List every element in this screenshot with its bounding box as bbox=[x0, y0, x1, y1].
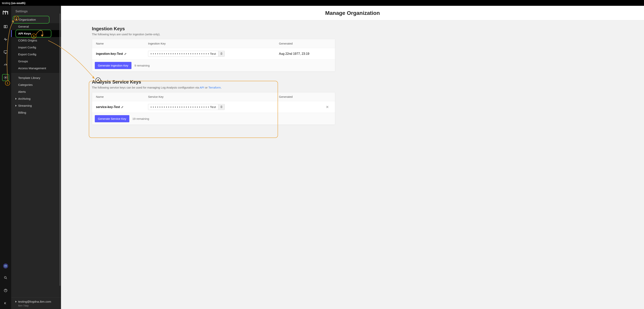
search-icon[interactable] bbox=[2, 274, 9, 281]
key-name-text: ingestion-key-Test bbox=[96, 52, 123, 55]
sidebar-item-alerts[interactable]: Alerts bbox=[11, 88, 61, 95]
ingestion-section: Ingestion Keys The following keys are us… bbox=[92, 26, 335, 71]
sidebar-item-label: Import Config bbox=[18, 46, 36, 49]
chevron-down-icon bbox=[16, 19, 17, 20]
settings-sidebar: Settings Organization General API Keys C… bbox=[11, 6, 61, 309]
ingestion-heading: Ingestion Keys bbox=[92, 26, 335, 31]
svg-rect-2 bbox=[4, 51, 7, 53]
top-bar: testing (us-south) bbox=[0, 0, 644, 6]
sidebar-item-label: Template Library bbox=[18, 76, 40, 80]
link-api[interactable]: API bbox=[200, 86, 204, 89]
footer-plan: Ibm-7day bbox=[16, 304, 58, 307]
sidebar-item-label: Billing bbox=[18, 111, 26, 114]
masked-key: • • • • • • • • • • • • • • • • • • • • … bbox=[148, 51, 218, 56]
brand-logo bbox=[2, 9, 9, 16]
sidebar-item-label: Groups bbox=[18, 60, 28, 63]
sidebar-item-billing[interactable]: Billing bbox=[11, 109, 61, 116]
col-generated: Generated bbox=[279, 95, 322, 98]
sidebar-item-template-library[interactable]: Template Library bbox=[11, 74, 61, 81]
sidebar-heading: Settings bbox=[11, 6, 61, 16]
ingestion-desc: The following keys are used for ingestio… bbox=[92, 32, 335, 36]
key-name: ingestion-key-Test bbox=[96, 52, 146, 55]
sidebar-item-export-config[interactable]: Export Config bbox=[11, 51, 61, 58]
sidebar-item-groups[interactable]: Groups bbox=[11, 58, 61, 65]
sidebar-item-label: Organization bbox=[19, 18, 36, 21]
svg-rect-9 bbox=[221, 53, 222, 54]
generate-service-key-button[interactable]: Generate Service Key bbox=[95, 115, 129, 122]
col-key: Service Key bbox=[148, 95, 277, 98]
table-row: ingestion-key-Test • • • • • • • • • • •… bbox=[92, 48, 335, 60]
sidebar-item-cors-origins[interactable]: CORS Origins bbox=[11, 37, 61, 44]
masked-key: • • • • • • • • • • • • • • • • • • • • … bbox=[148, 104, 218, 110]
copy-icon[interactable] bbox=[218, 104, 224, 110]
key-name-text: service-key-Test bbox=[96, 105, 120, 109]
analysis-section: Analysis Service Keys The following serv… bbox=[92, 79, 335, 125]
sidebar-item-categories[interactable]: Categories bbox=[11, 81, 61, 88]
copy-icon[interactable] bbox=[218, 51, 224, 56]
sidebar-item-archiving[interactable]: Archiving bbox=[11, 95, 61, 102]
link-terraform[interactable]: Terraform bbox=[208, 86, 221, 89]
table-header-row: Name Ingestion Key Generated bbox=[92, 39, 335, 48]
svg-rect-6 bbox=[5, 265, 6, 267]
analysis-desc: The following service keys can be used f… bbox=[92, 86, 335, 89]
table-row: service-key-Test • • • • • • • • • • • •… bbox=[92, 101, 335, 113]
ingestion-panel: Name Ingestion Key Generated ingestion-k… bbox=[92, 39, 335, 71]
sidebar-item-label: General bbox=[18, 25, 29, 28]
delete-icon[interactable]: ✕ bbox=[323, 105, 331, 109]
analysis-panel: Name Service Key Generated service-key-T… bbox=[92, 92, 335, 125]
col-name: Name bbox=[96, 42, 146, 45]
sidebar-item-label: Archiving bbox=[18, 97, 30, 100]
sidebar-item-api-keys[interactable]: API Keys bbox=[11, 30, 61, 37]
key-value-box: • • • • • • • • • • • • • • • • • • • • … bbox=[148, 51, 225, 57]
sidebar-item-label: Export Config bbox=[18, 53, 36, 56]
sidebar-item-organization[interactable]: Organization bbox=[11, 16, 61, 23]
main-content: Manage Organization Ingestion Keys The f… bbox=[61, 6, 644, 309]
edit-icon[interactable] bbox=[124, 52, 127, 55]
svg-rect-1 bbox=[6, 25, 7, 28]
sidebar-org-group: General API Keys CORS Origins Import Con… bbox=[11, 23, 61, 73]
panel-footer: Generate Service Key 19 remaining bbox=[92, 113, 335, 125]
nav-activity-icon[interactable] bbox=[2, 36, 9, 43]
ingestion-remaining: 9 remaining bbox=[134, 64, 150, 67]
sidebar-item-label: API Keys bbox=[18, 32, 31, 35]
collapse-sidebar-icon[interactable] bbox=[2, 300, 9, 307]
desc-text: or bbox=[204, 86, 208, 89]
nav-monitor-icon[interactable] bbox=[2, 49, 9, 55]
env-name: testing bbox=[2, 1, 10, 5]
sidebar-item-general[interactable]: General bbox=[11, 23, 61, 30]
chevron-right-icon bbox=[16, 301, 16, 303]
page-title: Manage Organization bbox=[61, 10, 644, 16]
env-region: (us-south) bbox=[11, 1, 25, 5]
analysis-heading: Analysis Service Keys bbox=[92, 79, 335, 85]
svg-point-3 bbox=[5, 77, 6, 78]
sidebar-item-access-management[interactable]: Access Management bbox=[11, 65, 61, 72]
page-header: Manage Organization bbox=[61, 6, 644, 20]
panel-footer: Generate Ingestion Key 9 remaining bbox=[92, 60, 335, 71]
nav-settings-icon[interactable] bbox=[2, 74, 9, 81]
svg-point-7 bbox=[4, 277, 6, 278]
desc-text: . bbox=[221, 86, 222, 89]
desc-text: The following service keys can be used f… bbox=[92, 86, 200, 89]
svg-rect-0 bbox=[4, 25, 5, 28]
col-generated: Generated bbox=[279, 42, 322, 45]
sidebar-item-label: Alerts bbox=[18, 90, 26, 93]
sidebar-footer[interactable]: testing@logdna.ibm.com Ibm-7day bbox=[11, 298, 61, 309]
sidebar-item-import-config[interactable]: Import Config bbox=[11, 44, 61, 51]
help-icon[interactable] bbox=[2, 287, 9, 294]
sidebar-item-streaming[interactable]: Streaming bbox=[11, 102, 61, 109]
icon-rail bbox=[0, 6, 11, 309]
edit-icon[interactable] bbox=[121, 106, 124, 108]
key-name: service-key-Test bbox=[96, 105, 146, 109]
footer-email: testing@logdna.ibm.com bbox=[18, 300, 51, 304]
user-avatar-icon[interactable] bbox=[3, 264, 8, 269]
sidebar-item-label: CORS Origins bbox=[18, 39, 37, 42]
nav-layout-icon[interactable] bbox=[2, 23, 9, 30]
generate-ingestion-key-button[interactable]: Generate Ingestion Key bbox=[95, 62, 132, 69]
svg-rect-10 bbox=[221, 106, 222, 108]
sidebar-item-label: Streaming bbox=[18, 104, 32, 107]
key-value-box: • • • • • • • • • • • • • • • • • • • • … bbox=[148, 104, 225, 110]
nav-gauge-icon[interactable] bbox=[2, 61, 9, 68]
chevron-right-icon bbox=[16, 105, 16, 107]
sidebar-item-label: Categories bbox=[18, 83, 32, 87]
table-header-row: Name Service Key Generated bbox=[92, 92, 335, 101]
